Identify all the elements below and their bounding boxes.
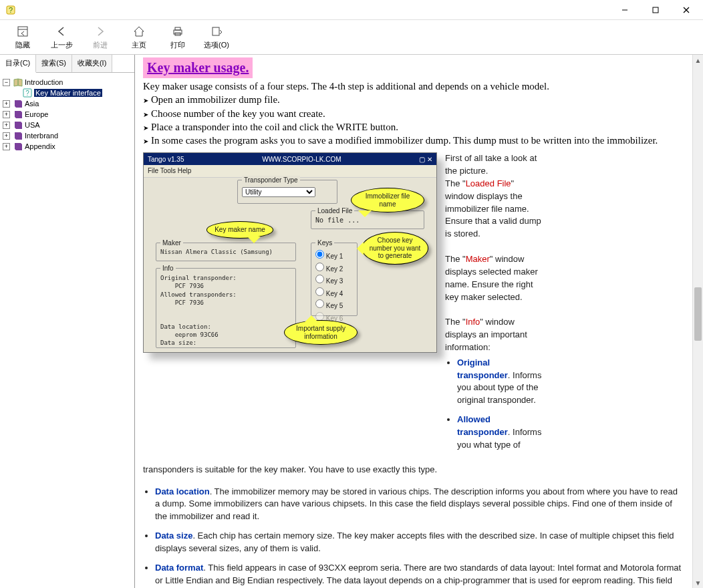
book-icon [13,131,23,140]
sidebar: 目录(C) 搜索(S) 收藏夹(I) − Introduction ? Key … [0,55,135,588]
key1-radio [315,250,324,259]
tool-label: 主页 [132,40,146,50]
arrow-left-icon [54,24,69,39]
vertical-scrollbar[interactable]: ▲ ▼ [692,55,703,588]
svg-marker-8 [134,27,144,36]
key4-radio [315,287,324,296]
callout-key-maker-name: Key maker name [206,221,273,239]
loaded-file-term: Loaded File [466,178,511,188]
book-icon [13,99,23,108]
step-3: Place a transponder into the coil and cl… [143,120,684,134]
heading-key-maker-usage: Key maker usage. [143,57,253,78]
after-image-text: transponders is suitable for the key mak… [143,464,684,476]
expand-icon[interactable]: + [3,132,10,140]
tango-screenshot: Tango v1.35 WWW.SCORPIO-LK.COM ▢ ✕ File … [143,152,437,353]
intro-paragraph: Key maker usage consists of a four steps… [143,80,684,93]
svg-rect-3 [653,7,658,13]
tree-item-appendix[interactable]: + Appendix [3,141,132,152]
home-button[interactable]: 主页 [126,24,152,50]
info-body: Original transponder: PCF 7936 Allowed t… [156,269,295,347]
illus-titlebar: Tango v1.35 WWW.SCORPIO-LK.COM ▢ ✕ [144,153,436,165]
minimize-button[interactable] [609,0,640,20]
main-area: 目录(C) 搜索(S) 收藏夹(I) − Introduction ? Key … [0,55,703,588]
content-pane: Key maker usage. Key maker usage consist… [135,55,703,588]
hide-icon [15,24,30,39]
info-term: Info [466,317,480,327]
tree-item-europe[interactable]: + Europe [3,109,132,120]
collapse-icon[interactable]: − [3,79,10,86]
maker-label: Maker [160,239,183,248]
maximize-button[interactable] [640,0,671,20]
home-icon [132,24,146,39]
book-icon [13,110,23,119]
tree-item-usa[interactable]: + USA [3,120,132,130]
callout-immobilizer-file-name: Immobilizer file name [351,188,424,212]
scroll-down-icon[interactable]: ▼ [693,577,703,588]
original-transponder-term: Original transponder [457,357,508,380]
expand-icon[interactable]: + [3,143,10,150]
step-4: In some cases the program asks you to sa… [143,134,684,147]
allowed-transponder-term: Allowed transponder [457,414,508,437]
step-1: Open an immobilizer dump file. [143,93,684,106]
tree-item-key-maker-interface[interactable]: ? Key Maker interface [3,88,132,98]
keys-label: Keys [315,239,334,248]
back-button[interactable]: 上一步 [48,24,75,50]
svg-rect-12 [213,27,219,35]
options-button[interactable]: 选项(O) [203,24,230,50]
bullet-data-format: Data format. This field appears in case … [155,562,684,588]
svg-text:?: ? [25,90,29,97]
tool-label: 选项(O) [204,40,229,50]
callout-choose-key: Choose key number you want to generate [362,232,428,265]
key2-radio [315,263,324,271]
options-icon [209,24,224,39]
tab-search[interactable]: 搜索(S) [36,55,72,72]
maker-term: Maker [466,254,490,264]
loaded-file-label: Loaded File [315,206,354,216]
app-icon: ? [5,5,16,15]
callout-important-supply: Important supply information [284,320,358,345]
transponder-type-select: Utility [242,187,315,197]
arrow-right-icon [93,24,108,39]
print-icon [170,24,185,39]
expand-icon[interactable]: + [3,111,10,118]
key3-radio [315,275,324,283]
transponder-type-label: Transponder Type [242,176,300,185]
tree-label: Introduction [25,78,63,86]
expand-icon[interactable]: + [3,100,10,108]
toc-tree[interactable]: − Introduction ? Key Maker interface + A… [0,73,134,588]
print-button[interactable]: 打印 [164,24,191,50]
hide-button[interactable]: 隐藏 [9,24,36,50]
tool-label: 前进 [93,40,108,50]
tree-label: Key Maker interface [34,89,102,97]
close-button[interactable] [671,0,702,20]
window-titlebar: ? [0,0,703,20]
svg-text:?: ? [9,6,13,14]
book-icon [13,120,23,130]
illus-window-controls: ▢ ✕ [419,155,432,164]
tree-item-asia[interactable]: + Asia [3,98,132,109]
scroll-up-icon[interactable]: ▲ [693,55,703,65]
info-label: Info [160,264,176,273]
content-scroll[interactable]: Key maker usage. Key maker usage consist… [135,55,692,588]
expand-icon[interactable]: + [3,122,10,129]
help-topic-icon: ? [23,88,32,98]
tab-favorites[interactable]: 收藏夹(I) [72,55,112,72]
tool-label: 打印 [170,40,185,50]
book-icon [13,142,23,151]
forward-button: 前进 [87,24,114,50]
tree-label: Europe [25,110,48,118]
tree-item-interbrand[interactable]: + Interbrand [3,130,132,141]
toolbar: 隐藏 上一步 前进 主页 打印 选项(O) [0,20,703,55]
tree-label: Interbrand [25,132,58,140]
tree-label: Asia [25,100,39,108]
tab-contents[interactable]: 目录(C) [0,55,36,73]
tree-item-introduction[interactable]: − Introduction [3,77,132,88]
bullet-data-size: Data size. Each chip has certain memory … [155,530,684,555]
bullet-data-location: Data location. The immobilizer memory ma… [155,486,684,524]
right-p1a: First of all take a look at the picture. [445,152,545,178]
book-open-icon [13,78,23,87]
tool-label: 上一步 [51,40,73,50]
tree-label: USA [25,121,40,129]
tool-label: 隐藏 [15,40,30,50]
scrollbar-thumb[interactable] [694,287,702,341]
